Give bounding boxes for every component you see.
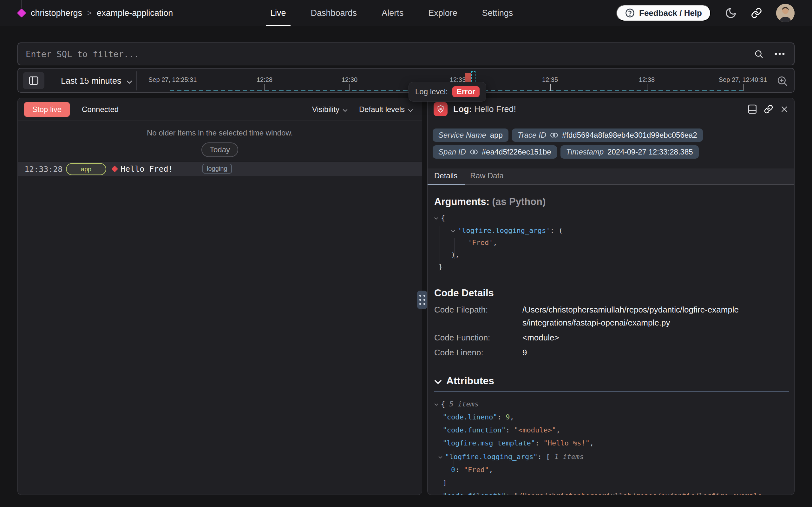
timeline-tick (647, 84, 647, 91)
code-details-rows: Code Filepath: /Users/christophersamiull… (434, 303, 789, 359)
collapse-chevron-icon[interactable] (451, 224, 455, 236)
timeline-tick-label: 12:38 (639, 76, 655, 83)
py-close-tuple: ), (451, 250, 459, 259)
code-filepath-value: /Users/christophersamiullah/repos/pydant… (522, 303, 744, 329)
more-options-ellipsis-icon[interactable] (774, 52, 785, 56)
badge-label: Span ID (438, 148, 466, 156)
badge-value: app (490, 131, 503, 139)
badge-value: #fdd5694a8fa98eb4e301d99ebc056ea2 (562, 131, 697, 139)
trace-badges: Service Name app Trace ID #fdd5694a8fa98… (428, 120, 794, 159)
timeline-tick (350, 84, 350, 91)
breadcrumb-project[interactable]: example-application (97, 8, 173, 18)
collapse-chevron-icon[interactable] (434, 211, 438, 223)
dark-mode-moon-icon[interactable] (725, 7, 737, 19)
live-logs-panel: Stop live Connected Visibility Default l… (17, 98, 422, 495)
nav-item-alerts[interactable]: Alerts (382, 0, 403, 26)
logfire-logo-icon[interactable] (17, 9, 26, 18)
breadcrumb-org[interactable]: christophergs (31, 8, 82, 18)
today-button[interactable]: Today (201, 143, 238, 157)
sql-filter-input[interactable] (18, 43, 754, 65)
help-circle-icon (625, 8, 635, 18)
tab-details[interactable]: Details (434, 171, 457, 184)
close-icon[interactable] (780, 105, 789, 113)
attr-array-close: ] (443, 479, 447, 487)
timeline-tick (170, 84, 170, 91)
share-link-icon[interactable] (751, 7, 762, 19)
nav-item-live[interactable]: Live (270, 0, 286, 26)
link-icon (470, 149, 478, 156)
timestamp-badge: Timestamp 2024-09-27 12:33:28.385 (560, 145, 699, 159)
trace-id-badge[interactable]: Trace ID #fdd5694a8fa98eb4e301d99ebc056e… (512, 128, 703, 142)
user-avatar[interactable] (776, 4, 795, 22)
attr-comma: , (510, 413, 514, 421)
badge-value: #ea4d5f226ec151be (482, 148, 551, 156)
code-function-value: <module> (522, 331, 744, 344)
error-diamond-icon (111, 166, 118, 172)
badge-label: Timestamp (566, 148, 604, 156)
section-collapse-chevron-icon[interactable] (434, 375, 442, 387)
code-details-heading: Code Details (434, 287, 789, 299)
sql-filter-bar (17, 43, 795, 65)
copy-link-icon[interactable] (764, 104, 773, 114)
detail-actions (748, 104, 789, 114)
arguments-heading-sub: (as Python) (492, 196, 546, 207)
timeline-tick-label: 12:28 (257, 76, 272, 83)
detail-content: Arguments: (as Python) { 'logfire.loggin… (428, 196, 794, 495)
timeline-tick (264, 84, 265, 91)
code-filepath-label: Code Filepath: (434, 303, 522, 329)
stop-live-button[interactable]: Stop live (24, 102, 70, 117)
attrs-items-note: 5 items (449, 400, 479, 408)
nav-item-settings[interactable]: Settings (482, 0, 513, 26)
py-key-sep: : ( (550, 227, 563, 234)
attr-value: "/Users/christophersamiullah/repos/pydan… (514, 492, 762, 495)
badge-label: Service Name (438, 131, 486, 139)
scrollbar-track[interactable] (413, 121, 413, 495)
detail-title-prefix: Log: (453, 104, 472, 114)
attr-key: "code.function" (443, 426, 506, 434)
timebar-divider (136, 71, 137, 91)
attr-value: 9 (506, 413, 510, 421)
default-levels-dropdown[interactable]: Default levels (359, 105, 413, 114)
log-level-tooltip: Log level: Error (409, 82, 486, 102)
tooltip-label: Log level: (415, 87, 448, 96)
tab-raw-data[interactable]: Raw Data (470, 171, 503, 184)
detail-title: Log: Hello Fred! (453, 104, 516, 114)
visibility-dropdown[interactable]: Visibility (312, 105, 348, 114)
panel-resize-handle[interactable] (417, 291, 427, 309)
time-range-dropdown[interactable]: Last 15 minutes (61, 68, 132, 93)
search-icon[interactable] (754, 49, 763, 59)
attr-key: "logfire.msg_template" (443, 439, 535, 447)
python-args-block: { 'logfire.logging_args': ( 'Fred', ), } (434, 211, 789, 273)
chevron-down-icon (342, 105, 348, 114)
badge-label: Trace ID (518, 131, 546, 139)
attr-index: 0 (451, 466, 455, 474)
top-nav: christophergs > example-application Live… (0, 0, 812, 26)
feedback-help-button[interactable]: Feedback / Help (616, 5, 711, 21)
nav-item-explore[interactable]: Explore (428, 0, 457, 26)
link-icon (550, 132, 558, 138)
dock-panel-icon[interactable] (748, 104, 757, 114)
logger-tag: logging (202, 164, 232, 174)
timeline-tick (550, 84, 551, 91)
detail-tabs: Details Raw Data (428, 168, 794, 185)
logo-stem (21, 0, 21, 8)
collapse-chevron-icon[interactable] (434, 397, 438, 410)
span-id-badge[interactable]: Span ID #ea4d5f226ec151be (433, 145, 557, 159)
attr-sep: : (535, 439, 544, 447)
log-message: Hello Fred! (121, 164, 173, 174)
nav-item-dashboards[interactable]: Dashboards (311, 0, 357, 26)
py-close-brace: } (438, 263, 442, 271)
timeline-tick-label: Sep 27, 12:40:31 (719, 76, 767, 83)
zoom-in-icon[interactable] (776, 75, 788, 87)
sidebar-toggle-button[interactable] (23, 72, 45, 89)
py-value: 'Fred' (468, 239, 493, 246)
error-shield-icon (434, 102, 447, 116)
attr-key: "code.lineno" (443, 413, 497, 421)
attr-value: "Hello %s!" (543, 439, 590, 447)
attributes-divider (434, 391, 789, 392)
log-row[interactable]: 12:33:28 app Hello Fred! logging (18, 162, 422, 176)
error-level-badge: Error (452, 86, 480, 97)
breadcrumb-separator-icon: > (87, 9, 92, 17)
service-name-badge: Service Name app (433, 128, 508, 142)
attr-comma: , (590, 439, 594, 447)
